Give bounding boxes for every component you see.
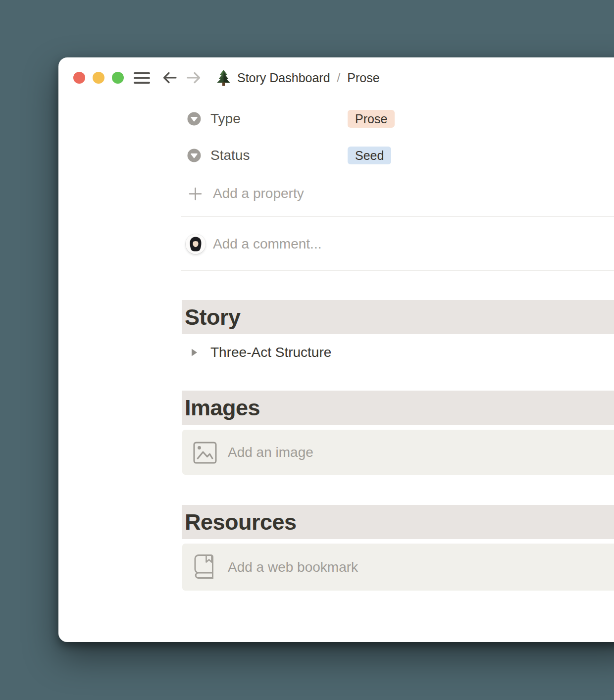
add-web-bookmark-label: Add a web bookmark [228, 544, 358, 591]
property-label: Status [210, 146, 250, 165]
user-avatar [186, 234, 205, 254]
arrow-left-icon [164, 73, 176, 83]
forward-button[interactable] [185, 69, 202, 86]
section-heading-resources: Resources [182, 505, 614, 539]
back-button[interactable] [161, 69, 178, 86]
app-window: Story Dashboard / Prose Type Prose Statu… [58, 57, 614, 642]
select-property-icon [187, 149, 201, 162]
window-zoom-button[interactable] [112, 72, 124, 84]
section-heading-text: Resources [185, 505, 297, 539]
select-property-icon [187, 112, 201, 126]
sidebar-menu-button[interactable] [134, 72, 150, 84]
section-heading-text: Story [185, 300, 241, 334]
section-heading-text: Images [185, 391, 260, 425]
property-row-status[interactable]: Status Seed [187, 146, 614, 165]
add-property-label: Add a property [213, 184, 304, 203]
comment-input[interactable]: Add a comment... [186, 234, 614, 254]
divider [181, 270, 614, 271]
toggle-three-act-structure[interactable]: Three-Act Structure [190, 343, 614, 362]
image-icon [193, 442, 217, 464]
property-label: Type [210, 109, 241, 129]
breadcrumb: Story Dashboard / Prose [216, 69, 380, 87]
breadcrumb-separator: / [336, 71, 342, 85]
comment-placeholder: Add a comment... [213, 234, 321, 254]
add-property-button[interactable]: Add a property [188, 184, 614, 203]
property-value-tag[interactable]: Seed [348, 147, 391, 164]
evergreen-tree-icon [216, 69, 231, 86]
property-value-tag[interactable]: Prose [348, 110, 395, 128]
section-heading-images: Images [182, 391, 614, 425]
window-minimize-button[interactable] [93, 72, 104, 84]
plus-icon [189, 187, 202, 200]
divider [181, 216, 614, 217]
arrow-right-icon [188, 73, 200, 83]
add-image-block[interactable]: Add an image [182, 430, 614, 475]
bookmark-book-icon [193, 554, 216, 580]
menu-icon [134, 72, 150, 74]
toggle-triangle-icon [190, 348, 199, 357]
toggle-label: Three-Act Structure [210, 343, 331, 362]
property-row-type[interactable]: Type Prose [187, 109, 614, 129]
window-close-button[interactable] [73, 72, 85, 84]
add-web-bookmark-block[interactable]: Add a web bookmark [182, 544, 614, 591]
breadcrumb-root[interactable]: Story Dashboard [237, 71, 330, 85]
section-heading-story: Story [182, 300, 614, 334]
add-image-label: Add an image [228, 430, 313, 475]
breadcrumb-current[interactable]: Prose [347, 71, 379, 85]
desktop-background: Story Dashboard / Prose Type Prose Statu… [0, 0, 614, 700]
